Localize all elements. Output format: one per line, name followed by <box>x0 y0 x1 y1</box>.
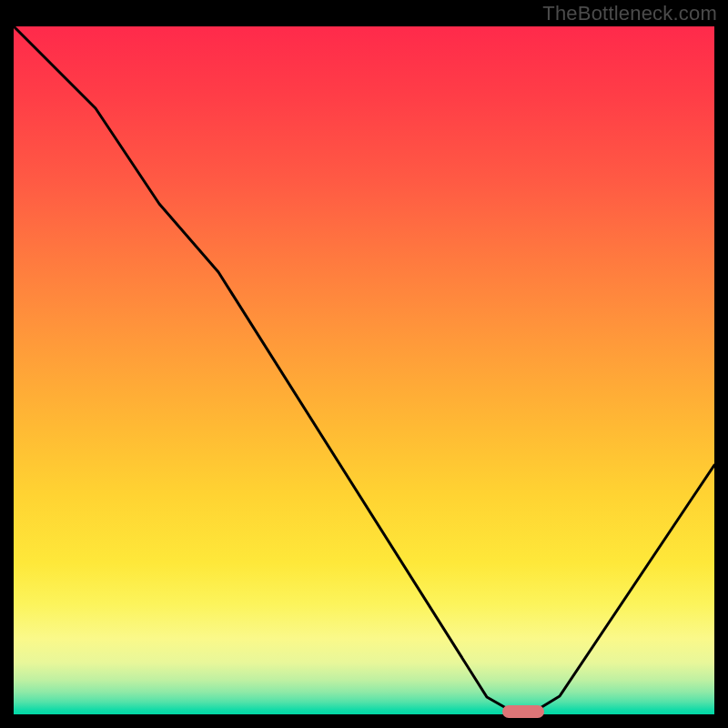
chart-frame: TheBottleneck.com <box>0 0 728 728</box>
curve-svg <box>14 26 714 714</box>
bottleneck-curve-path <box>14 26 714 712</box>
watermark-text: TheBottleneck.com <box>542 2 717 25</box>
optimal-zone-marker <box>502 705 544 718</box>
plot-area <box>14 26 714 714</box>
